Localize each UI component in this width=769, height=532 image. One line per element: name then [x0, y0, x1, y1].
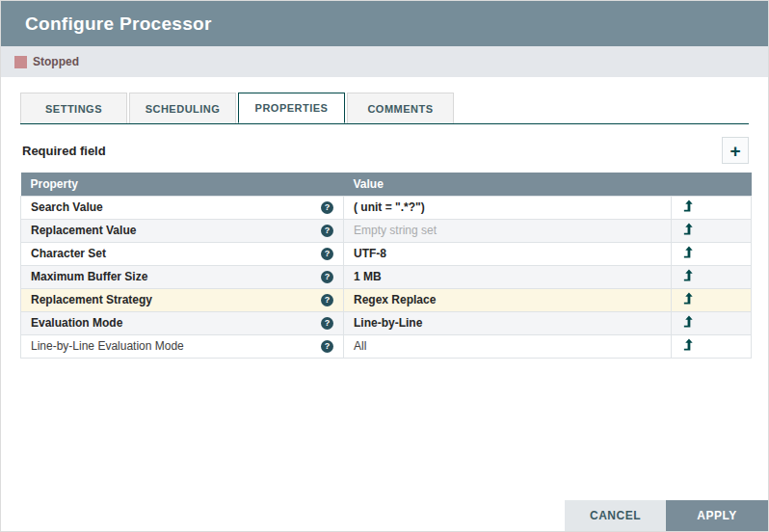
table-header-row: Property Value	[21, 173, 752, 196]
property-value: Empty string set	[354, 224, 437, 237]
help-icon[interactable]: ?	[321, 317, 333, 330]
required-field-label: Required field	[20, 144, 106, 158]
level-up-arrow-button[interactable]	[681, 314, 695, 330]
level-up-arrow-button[interactable]	[681, 337, 695, 353]
column-header-value: Value	[344, 173, 672, 196]
property-name: Replacement Value	[31, 224, 136, 237]
tab-scheduling[interactable]: SCHEDULING	[129, 93, 236, 123]
help-icon[interactable]: ?	[321, 340, 333, 353]
tab-comments[interactable]: COMMENTS	[347, 93, 454, 123]
property-name: Evaluation Mode	[31, 316, 122, 330]
cancel-button[interactable]: CANCEL	[565, 500, 666, 531]
level-up-icon	[682, 337, 695, 352]
table-row: Replacement Value? Empty string set	[21, 219, 752, 242]
property-value: Line-by-Line	[354, 316, 422, 330]
help-icon[interactable]: ?	[321, 201, 333, 214]
property-name: Replacement Strategy	[31, 293, 152, 306]
table-row: Maximum Buffer Size? 1 MB	[21, 265, 752, 288]
help-icon[interactable]: ?	[321, 225, 333, 237]
status-label: Stopped	[33, 55, 79, 68]
property-name: Maximum Buffer Size	[31, 270, 147, 283]
tab-settings[interactable]: SETTINGS	[20, 93, 127, 123]
help-icon[interactable]: ?	[321, 294, 333, 306]
level-up-icon	[682, 245, 695, 259]
add-property-button[interactable]: +	[722, 137, 749, 164]
table-row: Character Set? UTF-8	[21, 242, 752, 265]
level-up-arrow-button[interactable]	[681, 291, 695, 306]
property-value: UTF-8	[354, 247, 386, 260]
property-name: Character Set	[31, 247, 106, 260]
level-up-icon	[682, 199, 695, 213]
dialog-footer: CANCEL APPLY	[565, 500, 768, 531]
level-up-icon	[682, 314, 695, 329]
column-header-goto	[672, 173, 752, 196]
level-up-arrow-button[interactable]	[681, 245, 695, 260]
table-row: Line-by-Line Evaluation Mode? All	[21, 334, 752, 358]
dialog-title: Configure Processor	[25, 13, 212, 35]
level-up-icon	[682, 291, 695, 306]
properties-table: Property Value Search Value? ( unit = ".…	[20, 173, 752, 359]
status-strip: Stopped	[1, 46, 768, 77]
property-value: ( unit = ".*?")	[354, 200, 425, 214]
level-up-icon	[682, 268, 695, 282]
property-name: Line-by-Line Evaluation Mode	[31, 339, 184, 353]
property-name: Search Value	[31, 200, 103, 214]
table-row: Search Value? ( unit = ".*?")	[21, 196, 752, 219]
column-header-property: Property	[21, 173, 344, 196]
property-value: Regex Replace	[354, 293, 436, 306]
stopped-status-icon	[14, 56, 27, 68]
table-row: Evaluation Mode? Line-by-Line	[21, 311, 752, 334]
level-up-arrow-button[interactable]	[681, 222, 695, 237]
tab-bar: SETTINGS SCHEDULING PROPERTIES COMMENTS	[20, 93, 749, 124]
help-icon[interactable]: ?	[321, 248, 333, 260]
configure-processor-dialog: Configure Processor Stopped SETTINGS SCH…	[0, 0, 769, 532]
level-up-arrow-button[interactable]	[681, 268, 695, 283]
properties-toolbar: Required field +	[20, 136, 749, 165]
level-up-icon	[682, 222, 695, 236]
property-value: 1 MB	[354, 270, 382, 283]
table-row-highlighted: Replacement Strategy? Regex Replace	[21, 288, 752, 311]
plus-icon: +	[729, 142, 740, 160]
apply-button[interactable]: APPLY	[666, 500, 768, 531]
dialog-content: SETTINGS SCHEDULING PROPERTIES COMMENTS …	[1, 93, 768, 359]
dialog-titlebar: Configure Processor	[1, 1, 768, 46]
tab-properties[interactable]: PROPERTIES	[238, 93, 345, 123]
level-up-arrow-button[interactable]	[681, 199, 695, 214]
property-value: All	[354, 339, 366, 353]
help-icon[interactable]: ?	[321, 271, 333, 283]
